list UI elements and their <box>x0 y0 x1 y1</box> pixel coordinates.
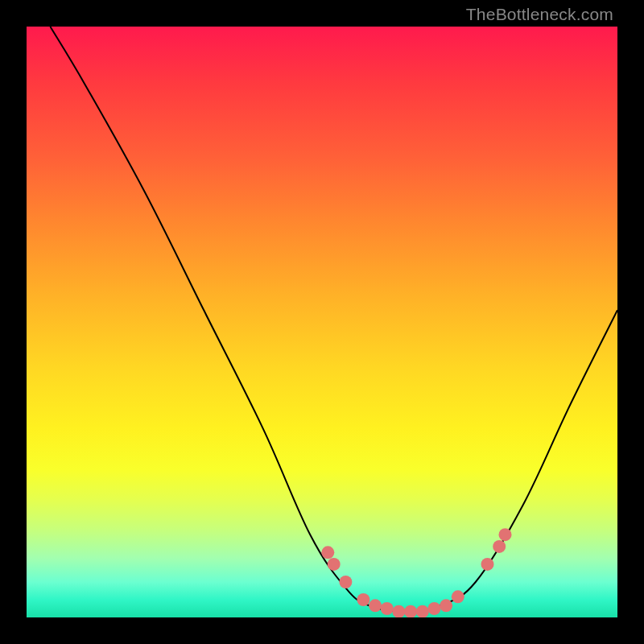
data-dot <box>369 599 382 612</box>
chart-frame: TheBottleneck.com <box>0 0 644 644</box>
data-dot <box>416 605 429 617</box>
data-dot <box>499 528 512 541</box>
chart-svg <box>27 27 617 617</box>
data-dot <box>481 558 494 571</box>
plot-area <box>27 27 617 617</box>
attribution-text: TheBottleneck.com <box>466 5 613 24</box>
data-dot <box>440 599 452 612</box>
data-dot <box>392 605 405 617</box>
data-dot <box>428 602 441 615</box>
bottleneck-curve <box>50 27 617 612</box>
data-dot <box>357 593 369 606</box>
data-dot <box>328 558 341 571</box>
data-dot <box>321 546 334 559</box>
data-dot <box>381 602 394 615</box>
data-dot <box>452 590 464 603</box>
data-dot <box>493 540 506 553</box>
data-dot <box>404 605 417 617</box>
data-dot <box>339 576 352 588</box>
